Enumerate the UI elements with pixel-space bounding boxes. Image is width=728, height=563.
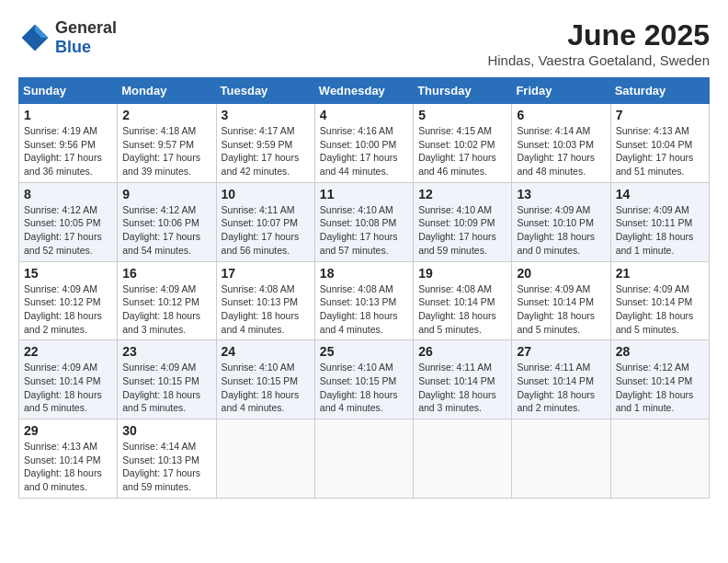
day-info: Sunrise: 4:10 AM Sunset: 10:09 PM Daylig… [418, 203, 506, 258]
day-number: 19 [418, 266, 506, 281]
day-cell: 25Sunrise: 4:10 AM Sunset: 10:15 PM Dayl… [314, 340, 413, 419]
day-number: 16 [122, 266, 210, 281]
day-cell: 28Sunrise: 4:12 AM Sunset: 10:14 PM Dayl… [610, 340, 709, 419]
day-cell: 14Sunrise: 4:09 AM Sunset: 10:11 PM Dayl… [610, 182, 709, 261]
day-info: Sunrise: 4:08 AM Sunset: 10:13 PM Daylig… [222, 282, 310, 337]
day-number: 23 [122, 344, 210, 359]
day-info: Sunrise: 4:18 AM Sunset: 9:57 PM Dayligh… [122, 124, 210, 178]
day-cell: 18Sunrise: 4:08 AM Sunset: 10:13 PM Dayl… [314, 261, 413, 340]
day-cell: 11Sunrise: 4:10 AM Sunset: 10:08 PM Dayl… [314, 182, 413, 261]
calendar-body: 1Sunrise: 4:19 AM Sunset: 9:56 PM Daylig… [19, 104, 710, 499]
day-cell: 1Sunrise: 4:19 AM Sunset: 9:56 PM Daylig… [19, 104, 118, 183]
day-cell [414, 419, 512, 499]
day-number: 17 [222, 266, 310, 281]
day-cell: 24Sunrise: 4:10 AM Sunset: 10:15 PM Dayl… [216, 340, 314, 419]
day-info: Sunrise: 4:13 AM Sunset: 10:04 PM Daylig… [616, 124, 704, 178]
day-cell: 13Sunrise: 4:09 AM Sunset: 10:10 PM Dayl… [512, 182, 610, 261]
day-cell: 6Sunrise: 4:14 AM Sunset: 10:03 PM Dayli… [512, 104, 610, 183]
day-info: Sunrise: 4:10 AM Sunset: 10:15 PM Daylig… [320, 361, 408, 415]
calendar-table: SundayMondayTuesdayWednesdayThursdayFrid… [18, 77, 710, 499]
day-number: 9 [122, 187, 210, 201]
day-number: 11 [320, 187, 408, 201]
day-number: 1 [24, 108, 112, 122]
day-cell [512, 419, 610, 499]
day-info: Sunrise: 4:09 AM Sunset: 10:14 PM Daylig… [616, 282, 704, 337]
day-info: Sunrise: 4:09 AM Sunset: 10:10 PM Daylig… [517, 203, 605, 258]
header-row: SundayMondayTuesdayWednesdayThursdayFrid… [19, 78, 710, 104]
day-cell: 22Sunrise: 4:09 AM Sunset: 10:14 PM Dayl… [19, 340, 118, 419]
day-cell: 16Sunrise: 4:09 AM Sunset: 10:12 PM Dayl… [118, 261, 216, 340]
logo-text: General Blue [55, 18, 117, 57]
week-row-5: 29Sunrise: 4:13 AM Sunset: 10:14 PM Dayl… [19, 419, 710, 499]
day-number: 12 [418, 187, 506, 201]
day-number: 28 [616, 344, 704, 359]
day-number: 26 [418, 344, 506, 359]
day-info: Sunrise: 4:10 AM Sunset: 10:08 PM Daylig… [320, 203, 408, 258]
day-cell: 2Sunrise: 4:18 AM Sunset: 9:57 PM Daylig… [118, 104, 216, 183]
day-info: Sunrise: 4:14 AM Sunset: 10:13 PM Daylig… [122, 440, 210, 494]
header: General Blue June 2025 Hindas, Vaestra G… [18, 18, 710, 68]
day-info: Sunrise: 4:14 AM Sunset: 10:03 PM Daylig… [517, 124, 605, 178]
day-info: Sunrise: 4:12 AM Sunset: 10:05 PM Daylig… [24, 203, 112, 258]
day-number: 7 [616, 108, 704, 122]
day-number: 6 [517, 108, 605, 122]
day-info: Sunrise: 4:09 AM Sunset: 10:12 PM Daylig… [122, 282, 210, 337]
header-cell-wednesday: Wednesday [314, 78, 413, 104]
day-number: 8 [24, 187, 112, 201]
day-number: 4 [320, 108, 408, 122]
day-number: 13 [517, 187, 605, 201]
header-cell-monday: Monday [118, 78, 216, 104]
day-info: Sunrise: 4:08 AM Sunset: 10:14 PM Daylig… [418, 282, 506, 337]
logo-general-text: General [55, 18, 117, 38]
day-cell: 17Sunrise: 4:08 AM Sunset: 10:13 PM Dayl… [216, 261, 314, 340]
day-cell: 21Sunrise: 4:09 AM Sunset: 10:14 PM Dayl… [610, 261, 709, 340]
day-number: 22 [24, 344, 112, 359]
header-cell-sunday: Sunday [19, 78, 118, 104]
day-number: 24 [222, 344, 310, 359]
day-cell: 26Sunrise: 4:11 AM Sunset: 10:14 PM Dayl… [414, 340, 512, 419]
calendar-header: SundayMondayTuesdayWednesdayThursdayFrid… [19, 78, 710, 104]
day-number: 29 [24, 423, 112, 438]
day-info: Sunrise: 4:12 AM Sunset: 10:06 PM Daylig… [122, 203, 210, 258]
day-number: 10 [222, 187, 310, 201]
logo-blue-text: Blue [55, 38, 117, 57]
day-number: 30 [122, 423, 210, 438]
day-cell: 19Sunrise: 4:08 AM Sunset: 10:14 PM Dayl… [414, 261, 512, 340]
day-number: 20 [517, 266, 605, 281]
day-info: Sunrise: 4:11 AM Sunset: 10:07 PM Daylig… [222, 203, 310, 258]
day-cell: 15Sunrise: 4:09 AM Sunset: 10:12 PM Dayl… [19, 261, 118, 340]
title-section: June 2025 Hindas, Vaestra Goetaland, Swe… [487, 18, 710, 68]
day-cell: 12Sunrise: 4:10 AM Sunset: 10:09 PM Dayl… [414, 182, 512, 261]
day-info: Sunrise: 4:09 AM Sunset: 10:14 PM Daylig… [517, 282, 605, 337]
day-number: 3 [222, 108, 310, 122]
day-info: Sunrise: 4:11 AM Sunset: 10:14 PM Daylig… [418, 361, 506, 415]
day-info: Sunrise: 4:15 AM Sunset: 10:02 PM Daylig… [418, 124, 506, 178]
day-info: Sunrise: 4:11 AM Sunset: 10:14 PM Daylig… [517, 361, 605, 415]
month-title: June 2025 [487, 18, 710, 52]
day-info: Sunrise: 4:17 AM Sunset: 9:59 PM Dayligh… [222, 124, 310, 178]
logo: General Blue [18, 18, 117, 57]
day-number: 27 [517, 344, 605, 359]
day-number: 15 [24, 266, 112, 281]
header-cell-thursday: Thursday [414, 78, 512, 104]
day-info: Sunrise: 4:10 AM Sunset: 10:15 PM Daylig… [222, 361, 310, 415]
day-number: 21 [616, 266, 704, 281]
day-info: Sunrise: 4:13 AM Sunset: 10:14 PM Daylig… [24, 440, 112, 494]
week-row-4: 22Sunrise: 4:09 AM Sunset: 10:14 PM Dayl… [19, 340, 710, 419]
page-container: General Blue June 2025 Hindas, Vaestra G… [18, 18, 710, 499]
day-info: Sunrise: 4:09 AM Sunset: 10:12 PM Daylig… [24, 282, 112, 337]
day-number: 25 [320, 344, 408, 359]
day-info: Sunrise: 4:09 AM Sunset: 10:11 PM Daylig… [616, 203, 704, 258]
day-cell: 23Sunrise: 4:09 AM Sunset: 10:15 PM Dayl… [118, 340, 216, 419]
day-cell: 4Sunrise: 4:16 AM Sunset: 10:00 PM Dayli… [314, 104, 413, 183]
day-info: Sunrise: 4:08 AM Sunset: 10:13 PM Daylig… [320, 282, 408, 337]
week-row-1: 1Sunrise: 4:19 AM Sunset: 9:56 PM Daylig… [19, 104, 710, 183]
day-cell [610, 419, 709, 499]
day-cell: 7Sunrise: 4:13 AM Sunset: 10:04 PM Dayli… [610, 104, 709, 183]
header-cell-tuesday: Tuesday [216, 78, 314, 104]
day-cell: 30Sunrise: 4:14 AM Sunset: 10:13 PM Dayl… [118, 419, 216, 499]
day-cell: 27Sunrise: 4:11 AM Sunset: 10:14 PM Dayl… [512, 340, 610, 419]
day-info: Sunrise: 4:12 AM Sunset: 10:14 PM Daylig… [616, 361, 704, 415]
day-cell [216, 419, 314, 499]
day-number: 5 [418, 108, 506, 122]
